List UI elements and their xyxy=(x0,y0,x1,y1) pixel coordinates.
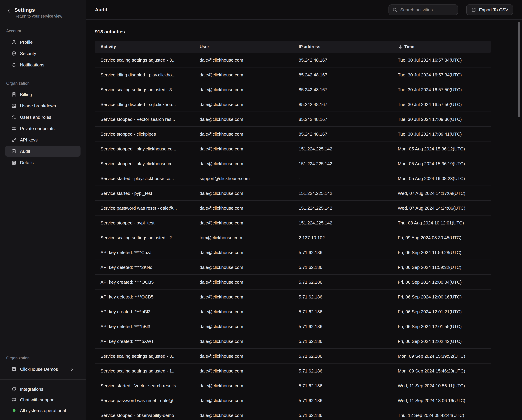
cell-ip-address: 5.71.62.186 xyxy=(293,309,392,314)
audit-content: 918 activities Activity User IP address … xyxy=(86,20,522,420)
table-row[interactable]: Service stopped - pypi_test dale@clickho… xyxy=(95,216,491,230)
header-actions: Export To CSV xyxy=(389,4,513,15)
return-to-service-link[interactable]: Return to your service view xyxy=(15,14,62,18)
cell-time: Tue, 30 Jul 2024 16:57:34(UTC) xyxy=(392,57,491,62)
table-row[interactable]: Service stopped - play.clickhouse.co... … xyxy=(95,156,491,171)
table-body: Service scaling settings adjusted - 3...… xyxy=(95,53,491,420)
section-label-organization: Organization xyxy=(0,81,86,86)
cell-time: Wed, 11 Sep 2024 18:06:16(UTC) xyxy=(392,398,491,403)
cell-time: Mon, 05 Aug 2024 16:08:23(UTC) xyxy=(392,176,491,181)
table-row[interactable]: Service password was reset - dale@... da… xyxy=(95,201,491,216)
table-row[interactable]: API key created: ****OCB5 dale@clickhous… xyxy=(95,275,491,289)
sidebar-item-integrations[interactable]: Integrations xyxy=(5,384,81,394)
table-row[interactable]: Service password was reset - dale@... da… xyxy=(95,393,491,408)
cell-ip-address: 5.71.62.186 xyxy=(293,353,392,358)
sidebar-item-audit[interactable]: Audit xyxy=(5,146,81,157)
cell-activity: API key created: ****hBl3 xyxy=(95,309,194,314)
vertical-scrollbar-thumb[interactable] xyxy=(518,22,520,117)
sidebar-item-private-endpoints[interactable]: Private endpoints xyxy=(5,123,81,134)
cell-user: dale@clickhouse.com xyxy=(194,161,293,166)
cell-user: dale@clickhouse.com xyxy=(194,294,293,299)
table-row[interactable]: API key deleted: ****hBl3 dale@clickhous… xyxy=(95,319,491,334)
checkbox-check-icon xyxy=(11,148,16,154)
page-title: Audit xyxy=(95,7,107,12)
table-row[interactable]: Service idling disabled - sql.clickhou..… xyxy=(95,97,491,112)
cell-time: Wed, 07 Aug 2024 14:17:09(UTC) xyxy=(392,191,491,196)
table-row[interactable]: Service scaling settings adjusted - 2...… xyxy=(95,230,491,245)
table-row[interactable]: API key deleted: ****2KNc dale@clickhous… xyxy=(95,260,491,275)
cell-time: Fri, 06 Sep 2024 12:00:16(UTC) xyxy=(392,294,491,299)
cell-time: Fri, 06 Sep 2024 12:00:04(UTC) xyxy=(392,279,491,285)
table-row[interactable]: Service stopped - clickpipes dale@clickh… xyxy=(95,127,491,141)
cell-activity: Service started - Vector search results xyxy=(95,383,194,388)
table-row[interactable]: API key created: ****hBl3 dale@clickhous… xyxy=(95,304,491,319)
sidebar-item-users-and-roles[interactable]: Users and roles xyxy=(5,112,81,123)
sidebar-item-label: Audit xyxy=(20,148,30,154)
receipt-icon xyxy=(11,92,16,97)
bell-icon xyxy=(11,62,16,67)
cell-activity: API key deleted: ****2KNc xyxy=(95,264,194,270)
cell-user: dale@clickhouse.com xyxy=(194,324,293,329)
cell-activity: Service password was reset - dale@... xyxy=(95,398,194,403)
table-row[interactable]: Service scaling settings adjusted - 1...… xyxy=(95,364,491,378)
sidebar-item-notifications[interactable]: Notifications xyxy=(5,59,81,70)
cell-ip-address: 5.71.62.186 xyxy=(293,412,392,418)
sidebar-item-api-keys[interactable]: API keys xyxy=(5,134,81,145)
sidebar-item-usage-breakdown[interactable]: Usage breakdown xyxy=(5,100,81,111)
cell-user: dale@clickhouse.com xyxy=(194,191,293,196)
table-row[interactable]: Service idling disabled - play.clickho..… xyxy=(95,68,491,82)
table-row[interactable]: Service started - play.clickhouse.co... … xyxy=(95,171,491,186)
cell-ip-address: 2.137.10.102 xyxy=(293,235,392,240)
cell-ip-address: 5.71.62.186 xyxy=(293,324,392,329)
table-row[interactable]: API key deleted: ****CbzJ dale@clickhous… xyxy=(95,245,491,260)
sort-descending-icon xyxy=(398,44,403,49)
cell-time: Mon, 05 Aug 2024 15:36:12(UTC) xyxy=(392,146,491,151)
organization-switcher-clickhouse-demos[interactable]: ClickHouse Demos xyxy=(5,364,81,374)
sidebar-item-chat-with-support[interactable]: Chat with support xyxy=(5,395,81,405)
status-all-systems-operational[interactable]: All systems operational xyxy=(5,405,81,416)
sidebar-item-profile[interactable]: Profile xyxy=(5,37,81,47)
sidebar-item-billing[interactable]: Billing xyxy=(5,89,81,100)
cell-user: dale@clickhouse.com xyxy=(194,368,293,373)
cell-activity: Service scaling settings adjusted - 3... xyxy=(95,87,194,92)
table-row[interactable]: API key created: ****bXWT dale@clickhous… xyxy=(95,334,491,349)
sidebar-item-label: Users and roles xyxy=(20,115,51,120)
sidebar-header-text: Settings Return to your service view xyxy=(15,7,62,18)
table-row[interactable]: Service stopped - play.clickhouse.co... … xyxy=(95,141,491,156)
column-header-activity[interactable]: Activity xyxy=(95,44,194,49)
main-panel: Audit Export To CSV 918 activities Activ… xyxy=(86,0,522,420)
table-row[interactable]: Service scaling settings adjusted - 3...… xyxy=(95,53,491,68)
column-header-ip-address[interactable]: IP address xyxy=(293,44,392,49)
table-row[interactable]: Service stopped - Vector search res... d… xyxy=(95,112,491,127)
search-activities-box[interactable] xyxy=(389,4,458,15)
column-header-user[interactable]: User xyxy=(194,44,293,49)
sidebar-item-security[interactable]: Security xyxy=(5,48,81,59)
table-row[interactable]: Service stopped - observability-demo dal… xyxy=(95,408,491,420)
cell-user: dale@clickhouse.com xyxy=(194,398,293,403)
table-row[interactable]: Service scaling settings adjusted - 3...… xyxy=(95,82,491,97)
cell-time: Fri, 06 Sep 2024 12:02:42(UTC) xyxy=(392,339,491,344)
cell-activity: Service stopped - pypi_test xyxy=(95,220,194,225)
building-icon xyxy=(11,366,16,372)
cell-time: Fri, 06 Sep 2024 11:59:28(UTC) xyxy=(392,250,491,255)
table-row[interactable]: API key deleted: ****OCB5 dale@clickhous… xyxy=(95,289,491,304)
export-icon xyxy=(471,7,476,12)
cell-ip-address: 5.71.62.186 xyxy=(293,264,392,270)
activities-count: 918 activities xyxy=(95,29,522,34)
building-icon xyxy=(11,160,16,165)
table-row[interactable]: Service started - Vector search results … xyxy=(95,378,491,393)
cell-time: Tue, 30 Jul 2024 17:09:41(UTC) xyxy=(392,131,491,137)
export-to-csv-button[interactable]: Export To CSV xyxy=(466,4,513,15)
sidebar-item-details[interactable]: Details xyxy=(5,157,81,168)
cell-user: dale@clickhouse.com xyxy=(194,279,293,285)
chevron-left-icon[interactable] xyxy=(6,9,11,14)
table-row[interactable]: Service scaling settings adjusted - 3...… xyxy=(95,349,491,364)
cell-ip-address: 5.71.62.186 xyxy=(293,398,392,403)
cell-activity: Service started - play.clickhouse.co... xyxy=(95,176,194,181)
table-row[interactable]: Service started - pypi_test dale@clickho… xyxy=(95,186,491,201)
cell-activity: Service stopped - clickpipes xyxy=(95,131,194,137)
search-activities-input[interactable] xyxy=(400,7,454,12)
cell-activity: API key created: ****bXWT xyxy=(95,339,194,344)
column-header-time[interactable]: Time xyxy=(392,44,491,49)
cell-time: Fri, 06 Sep 2024 12:01:21(UTC) xyxy=(392,309,491,314)
